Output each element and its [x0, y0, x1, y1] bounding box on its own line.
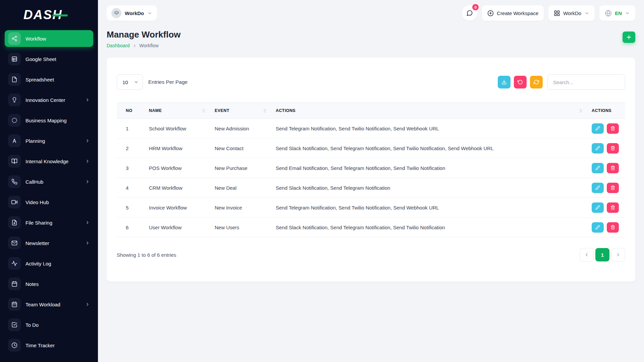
chevron-right-icon [132, 44, 137, 48]
planning-icon [8, 134, 21, 147]
cell-name: School Workflow [149, 126, 215, 131]
breadcrumb-dashboard-link[interactable]: Dashboard [107, 43, 130, 48]
column-header-actions: ACTIONS [592, 108, 625, 113]
sidebar-item-spreadsheet[interactable]: Spreadsheet [5, 71, 93, 88]
table-row: 6 User Workflow New Users Send Slack Not… [117, 218, 625, 237]
refresh-button[interactable] [530, 76, 543, 88]
app-switcher-button[interactable]: WorkDo [548, 5, 595, 21]
delete-button[interactable] [607, 143, 619, 154]
column-header-actions-list[interactable]: ACTIONS [276, 108, 592, 113]
column-header-no[interactable]: NO [117, 108, 149, 113]
entries-per-page-select[interactable]: 10 [117, 74, 143, 90]
sidebar-item-activity-log[interactable]: Activity Log [5, 255, 93, 272]
sidebar-item-to-do[interactable]: To Do [5, 316, 93, 333]
sidebar-nav: Workflow Google Sheet Spreadsheet Innova… [0, 29, 98, 354]
pagination-prev-button[interactable] [580, 248, 594, 261]
sidebar-item-file-sharing[interactable]: File Sharing [5, 214, 93, 231]
search-input[interactable] [547, 74, 625, 90]
pagination: 1 [580, 248, 625, 261]
export-button[interactable] [498, 76, 511, 88]
sidebar-item-label: Team Workload [25, 302, 60, 307]
entries-per-page-value: 10 [122, 79, 128, 85]
delete-button[interactable] [607, 202, 619, 213]
to-do-icon [8, 318, 21, 331]
app-switcher-label: WorkDo [563, 10, 581, 16]
pencil-icon [595, 205, 600, 210]
edit-button[interactable] [592, 123, 604, 134]
chevron-right-icon [615, 252, 621, 257]
delete-button[interactable] [607, 123, 619, 134]
workflow-table-card: 10 Entries Per Page NO [107, 58, 635, 282]
page-title: Manage Workflow [107, 29, 181, 40]
cell-actions-list: Send Telegram Notification, Send Twilio … [276, 205, 592, 210]
table-footer: Showing 1 to 6 of 6 entries 1 [117, 248, 625, 261]
undo-icon [518, 79, 523, 85]
table-row: 3 POS Workflow New Purchase Send Email N… [117, 158, 625, 178]
newsletter-icon [8, 237, 21, 249]
sidebar-item-innovation-center[interactable]: Innovation Center [5, 92, 93, 108]
sidebar-item-planning[interactable]: Planning [5, 132, 93, 149]
edit-button[interactable] [592, 143, 604, 154]
page-header: Manage Workflow Dashboard Workflow [98, 23, 644, 48]
messages-button[interactable]: 0 [462, 5, 477, 21]
sidebar-item-google-sheet[interactable]: Google Sheet [5, 51, 93, 67]
video-hub-icon [8, 196, 21, 208]
cell-name: HRM Workflow [149, 145, 215, 151]
sidebar-item-label: Business Mapping [25, 118, 67, 123]
plus-icon [626, 34, 632, 40]
sidebar-item-label: Activity Log [25, 261, 51, 266]
sidebar-item-team-workload[interactable]: Team Workload [5, 296, 93, 313]
sidebar-item-notes[interactable]: Notes [5, 276, 93, 292]
reset-button[interactable] [514, 76, 527, 88]
pencil-icon [595, 146, 600, 150]
language-selector[interactable]: EN [599, 5, 635, 21]
sidebar-item-workflow[interactable]: Workflow [5, 30, 93, 47]
chevron-right-icon [85, 159, 90, 164]
trash-icon [610, 146, 615, 150]
sidebar-item-video-hub[interactable]: Video Hub [5, 194, 93, 210]
sidebar-item-business-mapping[interactable]: Business Mapping [5, 112, 93, 129]
column-header-event[interactable]: EVENT [215, 108, 276, 113]
topbar-actions: 0 Create Workspace WorkDo [462, 5, 635, 21]
grid-icon [554, 10, 560, 16]
cell-actions-list: Send Telegram Notification, Send Twilio … [276, 126, 592, 131]
workspace-name: WorkDo [125, 10, 144, 16]
cell-row-actions [592, 202, 625, 213]
sort-icon [579, 109, 583, 113]
pencil-icon [595, 126, 600, 131]
chevron-right-icon [85, 179, 90, 184]
column-header-name[interactable]: NAME [149, 108, 215, 113]
edit-button[interactable] [592, 163, 604, 173]
cell-event: New Deal [215, 185, 276, 191]
delete-button[interactable] [607, 222, 619, 233]
edit-button[interactable] [592, 222, 604, 233]
chevron-right-icon [85, 302, 90, 307]
sidebar-item-label: Google Sheet [25, 56, 56, 62]
download-icon [501, 79, 507, 85]
edit-button[interactable] [592, 202, 604, 213]
cell-no: 4 [117, 185, 149, 191]
add-workflow-button[interactable] [623, 32, 635, 43]
cell-no: 1 [117, 126, 149, 131]
sidebar-item-newsletter[interactable]: Newsletter [5, 235, 93, 251]
edit-button[interactable] [592, 183, 604, 193]
app-logo[interactable]: DASH [0, 0, 98, 29]
sidebar-item-internal-knowledge[interactable]: Internal Knowledge [5, 153, 93, 170]
app-root: DASH Workflow Google Sheet Spreadsheet I… [0, 0, 644, 362]
sidebar-item-label: To Do [25, 322, 39, 328]
sidebar-item-callhub[interactable]: CallHub [5, 173, 93, 190]
cell-name: User Workflow [149, 225, 215, 230]
delete-button[interactable] [607, 163, 619, 173]
pencil-icon [595, 166, 600, 170]
sidebar-item-time-tracker[interactable]: Time Tracker [5, 337, 93, 354]
pagination-page-1[interactable]: 1 [595, 248, 609, 261]
chevron-down-icon [625, 11, 630, 16]
trash-icon [610, 126, 615, 131]
pagination-next-button[interactable] [611, 248, 625, 261]
delete-button[interactable] [607, 183, 619, 193]
chevron-down-icon [134, 80, 139, 84]
main-area: WorkDo 0 Create Workspace [98, 0, 644, 362]
internal-knowledge-icon [8, 155, 21, 168]
workspace-selector[interactable]: WorkDo [107, 5, 157, 21]
create-workspace-button[interactable]: Create Workspace [482, 5, 544, 21]
